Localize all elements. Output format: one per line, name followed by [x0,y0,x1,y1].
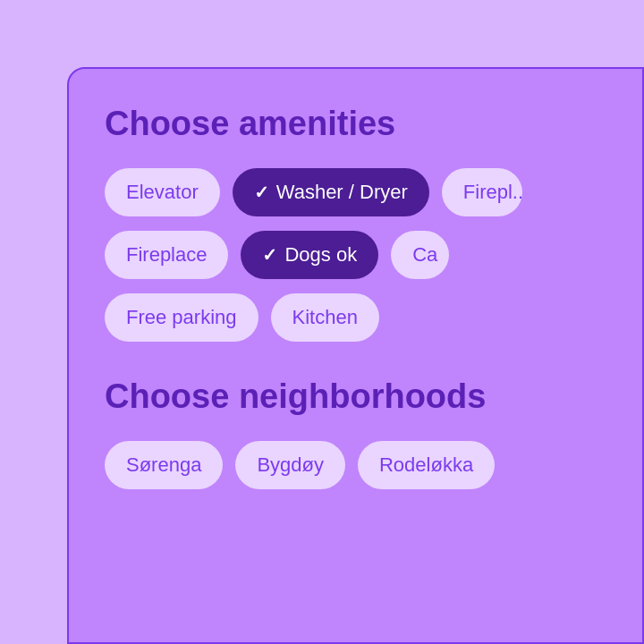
chip-cats[interactable]: Ca [391,231,449,279]
chip-free-parking-label: Free parking [126,306,237,329]
chip-fireplace-label: Firepl... [463,181,522,204]
chip-elevator-label: Elevator [126,181,199,204]
chip-free-parking[interactable]: Free parking [105,293,258,342]
amenities-row-2: Fireplace ✓ Dogs ok Ca [105,231,606,279]
chip-kitchen[interactable]: Kitchen [271,293,379,342]
amenities-row-3: Free parking Kitchen [105,293,606,342]
chip-dogs-ok-label: Dogs ok [284,243,357,267]
chip-washer-dryer-label: Washer / Dryer [276,181,408,204]
chip-washer-dryer-check: ✓ [254,182,269,203]
chip-rodeloekka[interactable]: Rodeløkka [358,441,495,489]
chip-elevator[interactable]: Elevator [105,168,220,216]
chip-wheelchair[interactable]: Fireplace [105,231,228,279]
amenities-title: Choose amenities [105,105,606,143]
neighborhoods-title: Choose neighborhoods [105,377,606,416]
chip-bygdoy[interactable]: Bygdøy [235,441,345,489]
chip-bygdoy-label: Bygdøy [257,453,324,477]
chip-cats-label: Ca [412,243,437,267]
amenities-row-1: Elevator ✓ Washer / Dryer Firepl... [105,168,606,216]
chip-dogs-ok-check: ✓ [262,244,277,266]
chip-sorenga-label: Sørenga [126,453,201,477]
chip-rodeloekka-label: Rodeløkka [379,453,473,477]
chip-sorenga[interactable]: Sørenga [105,441,223,489]
chip-fireplace[interactable]: Firepl... [442,168,522,216]
outer-card: Choose amenities Elevator ✓ Washer / Dry… [67,67,644,644]
chip-kitchen-label: Kitchen [292,306,358,329]
chip-washer-dryer[interactable]: ✓ Washer / Dryer [233,168,429,216]
main-content: Choose amenities Elevator ✓ Washer / Dry… [69,69,642,525]
chip-dogs-ok[interactable]: ✓ Dogs ok [241,231,378,279]
neighborhoods-row: Sørenga Bygdøy Rodeløkka [105,441,606,489]
chip-wheelchair-label: Fireplace [126,243,207,267]
neighborhoods-section: Choose neighborhoods Sørenga Bygdøy Rode… [105,377,606,489]
